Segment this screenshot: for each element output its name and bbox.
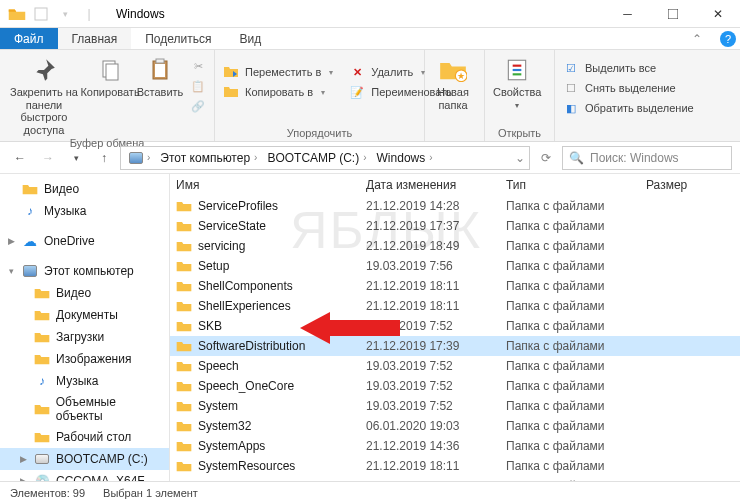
disc-icon: 💿 (34, 473, 50, 481)
up-button[interactable]: ↑ (92, 146, 116, 170)
file-row[interactable]: System3206.01.2020 19:03Папка с файлами (170, 416, 740, 436)
file-menu[interactable]: Файл (0, 28, 58, 49)
minimize-button[interactable]: ─ (605, 0, 650, 28)
ribbon: Закрепить на панели быстрого доступа Коп… (0, 50, 740, 142)
copy-to-button[interactable]: Копировать в▾ (219, 82, 337, 102)
file-list-area: Имя Дата изменения Тип Размер ServicePro… (170, 174, 740, 481)
new-folder-button[interactable]: ★ Новая папка (429, 52, 477, 111)
onedrive-icon: ☁ (22, 233, 38, 249)
file-row[interactable]: ShellExperiences21.12.2019 18:11Папка с … (170, 296, 740, 316)
file-row[interactable]: ServiceState21.12.2019 17:37Папка с файл… (170, 216, 740, 236)
sidebar-item[interactable]: ▶BOOTCAMP (C:) (0, 448, 169, 470)
forward-button[interactable]: → (36, 146, 60, 170)
paste-button[interactable]: Вставить (136, 52, 184, 99)
invert-selection-button[interactable]: ◧Обратить выделение (559, 98, 698, 118)
file-row[interactable]: ShellComponents21.12.2019 18:11Папка с ф… (170, 276, 740, 296)
pin-icon (30, 56, 58, 84)
paste-shortcut-button[interactable]: 🔗 (186, 96, 210, 116)
search-icon: 🔍 (569, 151, 584, 165)
select-none-icon: ☐ (563, 80, 579, 96)
help-button[interactable]: ? (716, 28, 740, 49)
close-button[interactable]: ✕ (695, 0, 740, 28)
column-type[interactable]: Тип (506, 178, 646, 192)
select-all-button[interactable]: ☑Выделить все (559, 58, 698, 78)
breadcrumb-bar[interactable]: › Этот компьютер› BOOTCAMP (C:)› Windows… (120, 146, 530, 170)
qat-separator: | (78, 3, 100, 25)
file-row[interactable]: SystemResources21.12.2019 18:11Папка с ф… (170, 456, 740, 476)
sidebar-item[interactable]: ▾Этот компьютер (0, 260, 169, 282)
recent-locations-button[interactable]: ▾ (64, 146, 88, 170)
file-row[interactable]: Speech19.03.2019 7:52Папка с файлами (170, 356, 740, 376)
group-label-organize: Упорядочить (219, 127, 420, 141)
cut-button[interactable]: ✂ (186, 56, 210, 76)
sidebar-item[interactable]: Изображения (0, 348, 169, 370)
collapse-ribbon-button[interactable]: ⌃ (678, 28, 716, 49)
sidebar-item[interactable]: Документы (0, 304, 169, 326)
folder-icon (176, 438, 192, 454)
sidebar-item[interactable]: ♪Музыка (0, 370, 169, 392)
folder-icon (176, 278, 192, 294)
sidebar-item[interactable]: ♪Музыка (0, 200, 169, 222)
file-row[interactable]: Speech_OneCore19.03.2019 7:52Папка с фай… (170, 376, 740, 396)
copy-to-icon (223, 84, 239, 100)
search-box[interactable]: 🔍 Поиск: Windows (562, 146, 732, 170)
copy-path-button[interactable]: 📋 (186, 76, 210, 96)
folder-icon (176, 298, 192, 314)
pc-icon (22, 263, 38, 279)
new-folder-icon: ★ (439, 56, 467, 84)
breadcrumb-dropdown[interactable]: ⌄ (515, 151, 525, 165)
pin-to-quick-access-button[interactable]: Закрепить на панели быстрого доступа (4, 52, 84, 137)
group-label-open: Открыть (489, 127, 550, 141)
file-row[interactable]: ServiceProfiles21.12.2019 14:28Папка с ф… (170, 196, 740, 216)
refresh-button[interactable]: ⟳ (534, 151, 558, 165)
music-icon: ♪ (34, 373, 50, 389)
window-title: Windows (116, 7, 165, 21)
sidebar-item[interactable]: Объемные объекты (0, 392, 169, 426)
folder-icon (176, 338, 192, 354)
title-bar: ▾ | Windows ─ ✕ (0, 0, 740, 28)
share-tab[interactable]: Поделиться (131, 28, 225, 49)
disk-icon (34, 451, 50, 467)
select-none-button[interactable]: ☐Снять выделение (559, 78, 698, 98)
folder-icon (176, 218, 192, 234)
file-row[interactable]: SoftwareDistribution21.12.2019 17:39Папк… (170, 336, 740, 356)
properties-button[interactable]: Свойства ▾ (489, 52, 545, 110)
sidebar-item[interactable]: ▶💿CCCOMA_X64F… (0, 470, 169, 481)
column-size[interactable]: Размер (646, 178, 734, 192)
ribbon-tabs: Файл Главная Поделиться Вид ⌃ ? (0, 28, 740, 50)
column-name[interactable]: Имя (176, 178, 366, 192)
sidebar-item[interactable]: Загрузки (0, 326, 169, 348)
back-button[interactable]: ← (8, 146, 32, 170)
qat-properties-button[interactable] (30, 3, 52, 25)
folder-icon (176, 258, 192, 274)
home-tab[interactable]: Главная (58, 28, 132, 49)
sidebar-item[interactable]: ▶☁OneDrive (0, 230, 169, 252)
file-row[interactable]: SKB19.03.2019 7:52Папка с файлами (170, 316, 740, 336)
file-row[interactable]: System19.03.2019 7:52Папка с файлами (170, 396, 740, 416)
file-rows[interactable]: ServiceProfiles21.12.2019 14:28Папка с ф… (170, 196, 740, 481)
move-to-button[interactable]: Переместить в▾ (219, 62, 337, 82)
sidebar-item[interactable]: Рабочий стол (0, 426, 169, 448)
maximize-button[interactable] (650, 0, 695, 28)
view-tab[interactable]: Вид (225, 28, 275, 49)
address-bar-row: ← → ▾ ↑ › Этот компьютер› BOOTCAMP (C:)›… (0, 142, 740, 174)
svg-rect-6 (155, 64, 165, 77)
file-row[interactable]: servicing21.12.2019 18:49Папка с файлами (170, 236, 740, 256)
copy-button[interactable]: Копировать (86, 52, 134, 99)
file-row[interactable]: SysWOW6406.01.2020 19:05Папка с файлами (170, 476, 740, 481)
invert-icon: ◧ (563, 100, 579, 116)
column-headers[interactable]: Имя Дата изменения Тип Размер (170, 174, 740, 196)
sidebar-item[interactable]: Видео (0, 178, 169, 200)
status-bar: Элементов: 99 Выбран 1 элемент (0, 481, 740, 503)
music-icon: ♪ (22, 203, 38, 219)
column-date[interactable]: Дата изменения (366, 178, 506, 192)
svg-text:★: ★ (457, 71, 465, 81)
folder-icon (176, 198, 192, 214)
file-row[interactable]: SystemApps21.12.2019 14:36Папка с файлам… (170, 436, 740, 456)
navigation-pane[interactable]: Видео♪Музыка▶☁OneDrive▾Этот компьютерВид… (0, 174, 170, 481)
properties-icon (503, 56, 531, 84)
folder-icon (176, 378, 192, 394)
sidebar-item[interactable]: Видео (0, 282, 169, 304)
file-row[interactable]: Setup19.03.2019 7:56Папка с файлами (170, 256, 740, 276)
qat-dropdown[interactable]: ▾ (54, 3, 76, 25)
